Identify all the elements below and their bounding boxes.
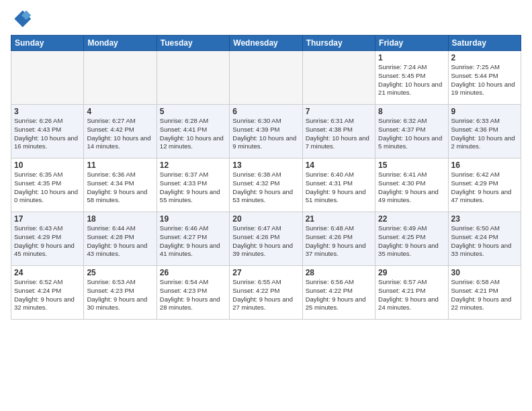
day-number: 2: [451, 53, 518, 62]
calendar-cell: 28Sunrise: 6:56 AM Sunset: 4:22 PM Dayli…: [302, 266, 375, 320]
day-info: Sunrise: 6:38 AM Sunset: 4:32 PM Dayligh…: [232, 171, 299, 205]
day-info: Sunrise: 6:57 AM Sunset: 4:21 PM Dayligh…: [378, 278, 445, 312]
calendar-cell: 14Sunrise: 6:40 AM Sunset: 4:31 PM Dayli…: [302, 158, 375, 212]
day-info: Sunrise: 6:36 AM Sunset: 4:34 PM Dayligh…: [87, 171, 153, 205]
day-info: Sunrise: 6:31 AM Sunset: 4:38 PM Dayligh…: [306, 117, 372, 151]
day-number: 1: [378, 53, 445, 62]
page: SundayMondayTuesdayWednesdayThursdayFrid…: [0, 0, 532, 411]
calendar-week-row: 1Sunrise: 7:24 AM Sunset: 5:45 PM Daylig…: [11, 51, 521, 105]
day-info: Sunrise: 6:49 AM Sunset: 4:25 PM Dayligh…: [378, 224, 445, 259]
day-info: Sunrise: 6:41 AM Sunset: 4:30 PM Dayligh…: [378, 171, 445, 205]
day-info: Sunrise: 6:37 AM Sunset: 4:33 PM Dayligh…: [160, 171, 226, 205]
calendar-cell: [302, 51, 375, 105]
day-info: Sunrise: 6:46 AM Sunset: 4:27 PM Dayligh…: [160, 224, 226, 259]
calendar-cell: 9Sunrise: 6:33 AM Sunset: 4:36 PM Daylig…: [448, 105, 521, 158]
day-number: 29: [378, 268, 445, 277]
day-info: Sunrise: 6:55 AM Sunset: 4:22 PM Dayligh…: [232, 278, 299, 312]
day-info: Sunrise: 6:53 AM Sunset: 4:23 PM Dayligh…: [87, 278, 153, 312]
day-info: Sunrise: 6:44 AM Sunset: 4:28 PM Dayligh…: [87, 224, 153, 259]
day-number: 27: [232, 268, 299, 277]
calendar-cell: 21Sunrise: 6:48 AM Sunset: 4:26 PM Dayli…: [302, 212, 375, 266]
day-number: 6: [232, 107, 299, 116]
day-number: 7: [306, 107, 372, 116]
calendar-cell: [230, 51, 302, 105]
day-info: Sunrise: 7:25 AM Sunset: 5:44 PM Dayligh…: [451, 63, 518, 97]
calendar-cell: 30Sunrise: 6:58 AM Sunset: 4:21 PM Dayli…: [448, 266, 521, 320]
day-info: Sunrise: 6:58 AM Sunset: 4:21 PM Dayligh…: [451, 278, 518, 312]
day-number: 20: [232, 214, 299, 224]
calendar-week-row: 17Sunrise: 6:43 AM Sunset: 4:29 PM Dayli…: [11, 212, 521, 266]
calendar-cell: 15Sunrise: 6:41 AM Sunset: 4:30 PM Dayli…: [375, 158, 448, 212]
calendar-cell: 12Sunrise: 6:37 AM Sunset: 4:33 PM Dayli…: [157, 158, 229, 212]
day-info: Sunrise: 6:32 AM Sunset: 4:37 PM Dayligh…: [378, 117, 445, 151]
weekday-header: Thursday: [302, 36, 375, 51]
day-number: 23: [451, 214, 518, 224]
day-info: Sunrise: 6:43 AM Sunset: 4:29 PM Dayligh…: [14, 224, 81, 259]
day-info: Sunrise: 6:50 AM Sunset: 4:24 PM Dayligh…: [451, 224, 518, 259]
calendar-cell: 27Sunrise: 6:55 AM Sunset: 4:22 PM Dayli…: [230, 266, 302, 320]
weekday-header: Monday: [84, 36, 157, 51]
calendar-cell: 19Sunrise: 6:46 AM Sunset: 4:27 PM Dayli…: [157, 212, 229, 266]
day-info: Sunrise: 6:30 AM Sunset: 4:39 PM Dayligh…: [232, 117, 299, 151]
calendar-cell: 25Sunrise: 6:53 AM Sunset: 4:23 PM Dayli…: [84, 266, 157, 320]
day-number: 21: [306, 214, 372, 224]
day-number: 10: [14, 161, 81, 170]
day-number: 18: [87, 214, 153, 224]
day-number: 11: [87, 161, 153, 170]
day-info: Sunrise: 6:47 AM Sunset: 4:26 PM Dayligh…: [232, 224, 299, 259]
day-number: 16: [451, 161, 518, 170]
day-number: 28: [306, 268, 372, 277]
calendar-cell: 2Sunrise: 7:25 AM Sunset: 5:44 PM Daylig…: [448, 51, 521, 105]
weekday-header: Sunday: [11, 36, 84, 51]
calendar-header-row: SundayMondayTuesdayWednesdayThursdayFrid…: [11, 36, 521, 51]
calendar-cell: [11, 51, 84, 105]
day-number: 19: [160, 214, 226, 224]
calendar-week-row: 24Sunrise: 6:52 AM Sunset: 4:24 PM Dayli…: [11, 266, 521, 320]
logo: [11, 8, 35, 30]
calendar-cell: 26Sunrise: 6:54 AM Sunset: 4:23 PM Dayli…: [157, 266, 229, 320]
calendar: SundayMondayTuesdayWednesdayThursdayFrid…: [11, 35, 521, 320]
day-info: Sunrise: 6:40 AM Sunset: 4:31 PM Dayligh…: [306, 171, 372, 205]
day-number: 12: [160, 161, 226, 170]
day-number: 3: [14, 107, 81, 116]
day-number: 4: [87, 107, 153, 116]
day-number: 13: [232, 161, 299, 170]
calendar-cell: 6Sunrise: 6:30 AM Sunset: 4:39 PM Daylig…: [230, 105, 302, 158]
day-info: Sunrise: 6:33 AM Sunset: 4:36 PM Dayligh…: [451, 117, 518, 151]
logo-icon: [11, 8, 32, 30]
day-number: 8: [378, 107, 445, 116]
calendar-cell: 20Sunrise: 6:47 AM Sunset: 4:26 PM Dayli…: [230, 212, 302, 266]
day-number: 26: [160, 268, 226, 277]
day-number: 24: [14, 268, 81, 277]
weekday-header: Wednesday: [230, 36, 302, 51]
calendar-cell: 22Sunrise: 6:49 AM Sunset: 4:25 PM Dayli…: [375, 212, 448, 266]
day-number: 30: [451, 268, 518, 277]
day-number: 14: [306, 161, 372, 170]
day-number: 17: [14, 214, 81, 224]
calendar-cell: 4Sunrise: 6:27 AM Sunset: 4:42 PM Daylig…: [84, 105, 157, 158]
day-info: Sunrise: 6:52 AM Sunset: 4:24 PM Dayligh…: [14, 278, 81, 312]
day-number: 22: [378, 214, 445, 224]
weekday-header: Tuesday: [157, 36, 229, 51]
calendar-cell: 5Sunrise: 6:28 AM Sunset: 4:41 PM Daylig…: [157, 105, 229, 158]
calendar-cell: [84, 51, 157, 105]
calendar-cell: 7Sunrise: 6:31 AM Sunset: 4:38 PM Daylig…: [302, 105, 375, 158]
day-info: Sunrise: 6:27 AM Sunset: 4:42 PM Dayligh…: [87, 117, 153, 151]
calendar-cell: 11Sunrise: 6:36 AM Sunset: 4:34 PM Dayli…: [84, 158, 157, 212]
day-info: Sunrise: 6:28 AM Sunset: 4:41 PM Dayligh…: [160, 117, 226, 151]
calendar-cell: 1Sunrise: 7:24 AM Sunset: 5:45 PM Daylig…: [375, 51, 448, 105]
calendar-cell: 23Sunrise: 6:50 AM Sunset: 4:24 PM Dayli…: [448, 212, 521, 266]
calendar-week-row: 3Sunrise: 6:26 AM Sunset: 4:43 PM Daylig…: [11, 105, 521, 158]
header: [11, 8, 521, 30]
day-info: Sunrise: 6:48 AM Sunset: 4:26 PM Dayligh…: [306, 224, 372, 259]
calendar-cell: 13Sunrise: 6:38 AM Sunset: 4:32 PM Dayli…: [230, 158, 302, 212]
day-info: Sunrise: 6:56 AM Sunset: 4:22 PM Dayligh…: [306, 278, 372, 312]
calendar-cell: 8Sunrise: 6:32 AM Sunset: 4:37 PM Daylig…: [375, 105, 448, 158]
calendar-cell: 10Sunrise: 6:35 AM Sunset: 4:35 PM Dayli…: [11, 158, 84, 212]
day-number: 15: [378, 161, 445, 170]
day-info: Sunrise: 6:54 AM Sunset: 4:23 PM Dayligh…: [160, 278, 226, 312]
day-number: 9: [451, 107, 518, 116]
calendar-cell: 18Sunrise: 6:44 AM Sunset: 4:28 PM Dayli…: [84, 212, 157, 266]
weekday-header: Saturday: [448, 36, 521, 51]
calendar-cell: [157, 51, 229, 105]
